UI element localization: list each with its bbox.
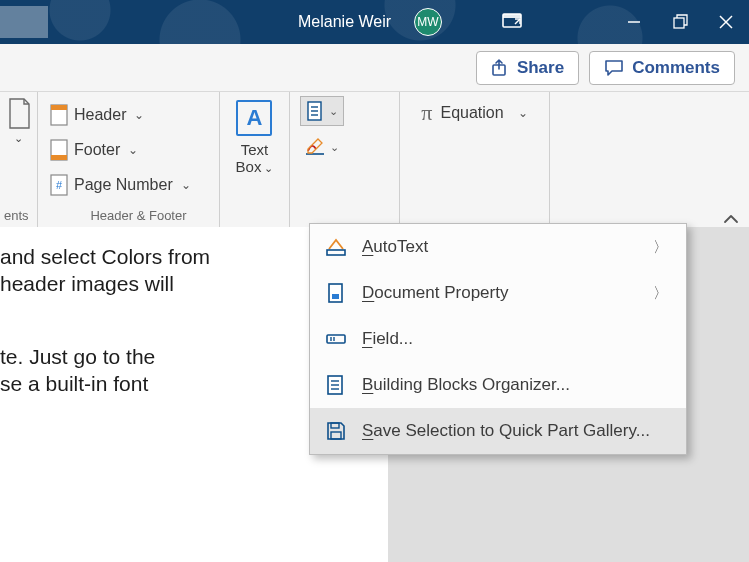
chevron-down-icon: ⌄ [181,178,191,192]
menu-item-document-property[interactable]: Document Property 〉 [310,270,686,316]
document-property-icon [324,281,348,305]
ribbon: ⌄ ents Header ⌄ Footer ⌄ # Page Numbe [0,92,749,227]
svg-rect-3 [674,18,684,28]
menu-item-autotext[interactable]: AutoText 〉 [310,224,686,270]
page-number-icon: # [50,174,68,196]
menu-item-field[interactable]: Field... [310,316,686,362]
menu-label: Document Property [362,283,508,303]
comment-icon [604,59,624,77]
signature-icon [304,137,326,157]
menu-label: Save Selection to Quick Part Gallery... [362,421,650,441]
account-name[interactable]: Melanie Weir [298,13,391,31]
share-icon [491,59,509,77]
group-caption-hf: Header & Footer [48,208,229,223]
footer-button[interactable]: Footer ⌄ [48,135,193,165]
close-icon [719,15,733,29]
collab-bar: Share Comments [0,44,749,92]
svg-rect-29 [331,432,341,439]
chevron-right-icon: 〉 [653,284,668,303]
page-number-button[interactable]: # Page Number ⌄ [48,170,193,200]
svg-rect-10 [51,155,67,160]
doc-line: se a built-in font [0,372,148,395]
chevron-down-icon: ⌄ [261,162,273,174]
minimize-button[interactable] [611,0,657,44]
menu-label: Field... [362,329,413,349]
equation-button[interactable]: π Equation ⌄ [419,96,529,130]
ribbon-group-partial-left: ⌄ ents [0,92,38,227]
svg-rect-19 [329,284,342,302]
header-button[interactable]: Header ⌄ [48,100,193,130]
svg-rect-8 [51,105,67,110]
ribbon-group-symbols: π Equation ⌄ [400,92,550,227]
restore-button[interactable] [657,0,703,44]
chevron-down-icon: ⌄ [329,105,338,118]
textbox-line1: Text [241,141,269,158]
autotext-icon [324,235,348,259]
chevron-down-icon: ⌄ [14,132,23,145]
menu-item-building-blocks-organizer[interactable]: Building Blocks Organizer... [310,362,686,408]
doc-line: and select Colors from [0,245,210,268]
quick-parts-button[interactable]: ⌄ [300,96,344,126]
chevron-up-icon [723,213,739,225]
doc-line: te. Just go to the [0,345,155,368]
footer-label: Footer [74,141,120,159]
svg-rect-21 [327,335,345,343]
screen-icon [502,13,522,31]
comments-button[interactable]: Comments [589,51,735,85]
menu-item-save-selection[interactable]: Save Selection to Quick Part Gallery... [310,408,686,454]
document-icon [6,98,32,130]
svg-rect-20 [332,294,339,299]
comments-label: Comments [632,58,720,78]
share-button[interactable]: Share [476,51,579,85]
ribbon-group-header-footer: Header ⌄ Footer ⌄ # Page Number ⌄ Header… [38,92,220,227]
text-box-icon: A [236,100,272,136]
chevron-right-icon: 〉 [653,238,668,257]
account-avatar[interactable]: MW [414,8,442,36]
save-icon [324,419,348,443]
header-icon [50,104,68,126]
textbox-line2: Box [236,158,262,175]
footer-icon [50,139,68,161]
chevron-down-icon: ⌄ [330,141,339,154]
header-label: Header [74,106,126,124]
chevron-down-icon: ⌄ [128,143,138,157]
ribbon-display-options-button[interactable] [490,0,534,44]
chevron-down-icon: ⌄ [134,108,144,122]
close-button[interactable] [703,0,749,44]
page-number-label: Page Number [74,176,173,194]
titlebar-spacer [0,6,48,38]
svg-text:#: # [56,179,63,191]
restore-icon [672,14,688,30]
quick-parts-icon [306,101,324,121]
share-label: Share [517,58,564,78]
collapse-ribbon-button[interactable] [723,213,739,225]
ribbon-group-quick-parts: ⌄ ⌄ [290,92,400,227]
ribbon-group-text: A TextBox ⌄ [220,92,290,227]
text-box-button[interactable]: A TextBox ⌄ [236,100,274,175]
svg-rect-1 [503,14,521,18]
menu-label: AutoText [362,237,428,257]
minimize-icon [627,15,641,29]
field-icon [324,327,348,351]
equation-label: Equation [440,104,503,122]
menu-label: Building Blocks Organizer... [362,375,570,395]
doc-line: header images will [0,272,174,295]
title-bar: Melanie Weir MW [0,0,749,44]
chevron-down-icon: ⌄ [518,106,528,120]
signature-line-button[interactable]: ⌄ [300,132,342,162]
quick-parts-menu: AutoText 〉 Document Property 〉 Field... [309,223,687,455]
building-blocks-icon [324,373,348,397]
group-caption-ents: ents [4,208,29,223]
svg-rect-18 [327,250,345,255]
pi-icon: π [421,100,432,126]
